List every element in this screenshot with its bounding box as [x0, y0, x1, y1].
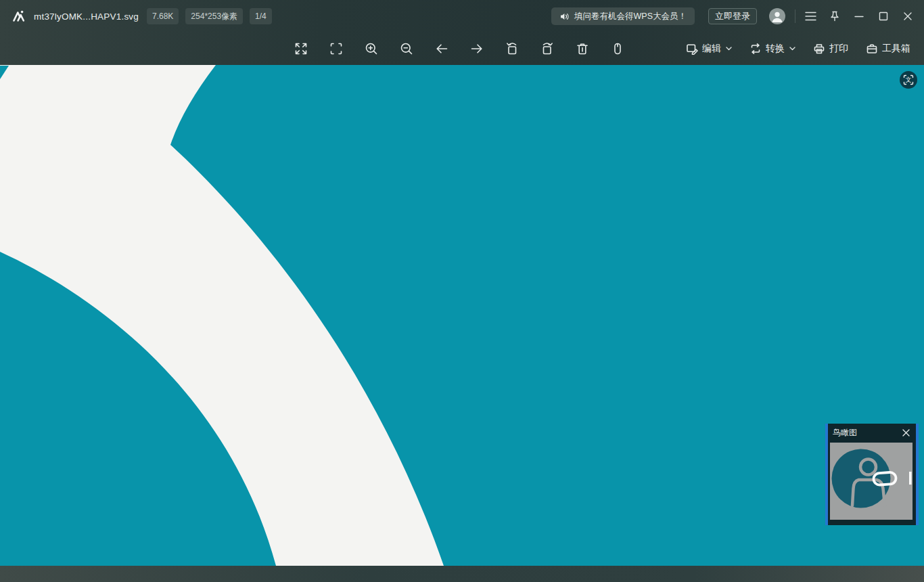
bottom-status-bar [0, 566, 924, 582]
app-logo-icon [12, 9, 27, 24]
zoom-in-icon [364, 41, 379, 56]
maximize-button[interactable] [874, 5, 893, 27]
rotate-left-button[interactable] [505, 41, 519, 56]
window-chrome: mt37lyOMK...HAPV1.svg 7.68K 254*253像素 1/… [0, 0, 924, 65]
zoomed-svg-artwork [0, 65, 924, 566]
toolbox-label: 工具箱 [882, 43, 910, 55]
fullscreen-icon [294, 41, 308, 56]
convert-button[interactable]: 转换 [749, 43, 795, 55]
birdseye-close-icon [902, 429, 910, 436]
close-button[interactable] [898, 5, 917, 27]
chevron-down-icon [789, 47, 795, 51]
login-button[interactable]: 立即登录 [708, 8, 757, 24]
speaker-icon [559, 12, 570, 22]
convert-label: 转换 [766, 43, 785, 55]
rotate-left-icon [505, 41, 519, 56]
rotate-right-button[interactable] [540, 41, 555, 56]
close-icon [903, 12, 913, 21]
pin-icon [829, 10, 841, 22]
prev-image-button[interactable] [434, 41, 449, 56]
birdseye-title: 鸟瞰图 [833, 427, 857, 439]
minimize-icon [854, 12, 864, 21]
edit-label: 编辑 [702, 43, 721, 55]
image-canvas[interactable]: 文 鸟瞰图 [0, 65, 924, 566]
edit-icon [686, 43, 698, 55]
prev-image-icon [434, 41, 449, 56]
wps-image-viewer-window: mt37lyOMK...HAPV1.svg 7.68K 254*253像素 1/… [0, 0, 924, 582]
next-image-button[interactable] [469, 41, 484, 56]
file-size-badge: 7.68K [147, 8, 179, 24]
promo-banner[interactable]: 填问卷有机会得WPS大会员！ [551, 7, 695, 25]
ocr-text-glyph: 文 [902, 74, 915, 86]
fit-screen-icon [329, 41, 344, 56]
zoom-out-button[interactable] [399, 41, 414, 56]
delete-icon [575, 41, 590, 56]
delete-button[interactable] [575, 41, 590, 56]
file-title: mt37lyOMK...HAPV1.svg [34, 12, 139, 22]
titlebar-left: mt37lyOMK...HAPV1.svg 7.68K 254*253像素 1/… [0, 8, 272, 24]
minimize-button[interactable] [850, 5, 869, 27]
print-icon [813, 43, 825, 55]
page-index-badge: 1/4 [250, 8, 272, 24]
convert-icon [749, 43, 762, 55]
birdseye-close-button[interactable] [900, 427, 911, 438]
titlebar-right: 填问卷有机会得WPS大会员！ 立即登录 [551, 0, 917, 32]
toolbar-view-group [294, 32, 625, 65]
toolbar: 编辑 转换 [0, 32, 924, 65]
chevron-down-icon [726, 47, 732, 51]
extract-text-button[interactable]: 文 [900, 71, 917, 89]
birdseye-thumbnail[interactable] [830, 443, 913, 520]
print-button[interactable]: 打印 [813, 43, 848, 55]
print-label: 打印 [829, 43, 848, 55]
viewport-indicator [909, 472, 912, 485]
user-avatar-icon[interactable] [769, 8, 785, 24]
zoom-out-icon [399, 41, 414, 56]
fullscreen-button[interactable] [294, 41, 308, 56]
mouse-guide-button[interactable] [610, 41, 625, 56]
zoom-in-button[interactable] [364, 41, 379, 56]
titlebar-separator [795, 9, 795, 23]
menu-button[interactable] [801, 5, 820, 27]
birdseye-panel: 鸟瞰图 [825, 424, 919, 525]
edit-button[interactable]: 编辑 [686, 43, 732, 55]
menu-icon [805, 12, 816, 21]
mouse-guide-icon [610, 41, 625, 56]
toolbox-button[interactable]: 工具箱 [866, 43, 910, 55]
birdseye-header: 鸟瞰图 [828, 424, 916, 441]
pin-button[interactable] [825, 5, 844, 27]
toolbar-action-group: 编辑 转换 [686, 32, 910, 65]
titlebar: mt37lyOMK...HAPV1.svg 7.68K 254*253像素 1/… [0, 0, 924, 32]
toolbox-icon [866, 43, 878, 55]
dimensions-badge: 254*253像素 [185, 8, 243, 24]
promo-text: 填问卷有机会得WPS大会员！ [574, 11, 687, 22]
maximize-icon [879, 12, 888, 21]
fit-screen-button[interactable] [329, 41, 344, 56]
next-image-icon [469, 41, 484, 56]
rotate-right-icon [540, 41, 555, 56]
